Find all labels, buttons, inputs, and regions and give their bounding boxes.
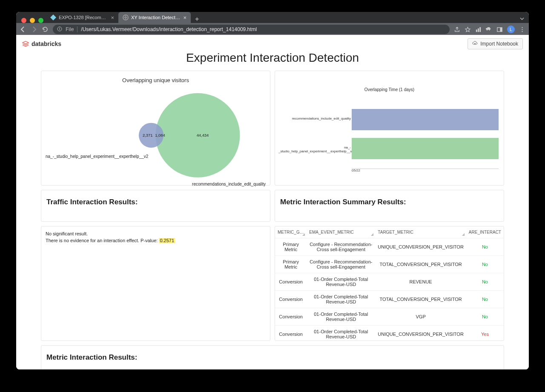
cell-ema-event: Configure - Recommendation-Cross sell-En… <box>307 256 375 273</box>
bars-panel: Overlapping Time (1 days) recommendation… <box>275 71 504 186</box>
cell-are-interact: Yes <box>466 326 504 341</box>
svg-rect-5 <box>478 28 479 31</box>
address-bar[interactable]: File /Users/Lukas.Vermeer/Downloads/inte… <box>53 25 450 34</box>
menu-icon[interactable] <box>519 26 525 33</box>
profile-avatar[interactable]: L <box>507 26 515 33</box>
venn-title: Overlapping unique visitors <box>45 77 267 83</box>
bar-label-b: na_-_studio_help_panel_experiment__exper… <box>278 146 351 153</box>
cell-metric-group: Conversion <box>275 308 307 326</box>
bar-b <box>352 138 499 159</box>
svg-rect-4 <box>476 29 477 32</box>
cell-metric-group: Primary Metric <box>275 238 307 256</box>
cell-metric-group: Primary Metric <box>275 256 307 273</box>
metric-summary-panel: METRIC_G…◢ EMA_EVENT_METRIC◢ TARGET_METR… <box>275 226 504 341</box>
th-ema-event[interactable]: EMA_EVENT_METRIC◢ <box>307 226 375 238</box>
import-notebook-button[interactable]: Import Notebook <box>468 38 523 49</box>
cell-ema-event: 01-Order Completed-Total Revenue-USD <box>307 291 375 308</box>
tabs-dropdown-icon[interactable] <box>519 15 525 23</box>
traffic-line2: There is no evidence for an interaction … <box>46 237 266 244</box>
metric-summary-table: METRIC_G…◢ EMA_EVENT_METRIC◢ TARGET_METR… <box>275 226 504 341</box>
tab-title: EXPO-1328 [Recommendation… <box>59 15 108 20</box>
cell-target-metric: TOTAL_CONVERSION_PER_VISITOR <box>375 291 466 308</box>
window-minimize[interactable] <box>30 18 35 23</box>
new-tab-button[interactable]: + <box>191 15 203 23</box>
table-row: Conversion01-Order Completed-Total Reven… <box>275 273 504 291</box>
traffic-results-panel: No significant result. There is no evide… <box>41 226 270 341</box>
page-content: databricks Import Notebook Experiment In… <box>16 35 529 369</box>
back-icon[interactable] <box>20 26 26 33</box>
svg-point-11 <box>522 31 522 32</box>
table-row: Primary MetricConfigure - Recommendation… <box>275 238 504 256</box>
reload-icon[interactable] <box>42 26 49 33</box>
th-target-metric[interactable]: TARGET_METRIC◢ <box>375 226 466 238</box>
venn-label-a: na_-_studio_help_panel_experiment__exper… <box>46 154 148 159</box>
toolbar: File /Users/Lukas.Vermeer/Downloads/inte… <box>16 23 529 36</box>
cell-ema-event: 01-Order Completed-Total Revenue-USD <box>307 326 375 341</box>
share-icon[interactable] <box>454 26 460 33</box>
cell-ema-event: 01-Order Completed-Total Revenue-USD <box>307 273 375 291</box>
cell-are-interact: No <box>466 308 504 326</box>
tab-close-icon[interactable]: × <box>183 14 186 21</box>
site-info-icon[interactable] <box>57 26 62 33</box>
cell-metric-group: Conversion <box>275 326 307 341</box>
th-are-interact[interactable]: ARE_INTERACT <box>466 226 504 238</box>
brand-text: databricks <box>32 40 61 47</box>
bars-axis-tick: 05/22 <box>352 169 360 172</box>
sort-icon[interactable]: ◢ <box>462 232 465 236</box>
extensions-icon[interactable] <box>486 26 492 33</box>
cell-metric-group: Conversion <box>275 291 307 308</box>
analytics-icon[interactable] <box>475 26 482 33</box>
tab-interaction[interactable]: XY Interaction Detection - Dat × <box>118 12 191 23</box>
cell-target-metric: UNIQUE_CONVERSION_PER_VISITOR <box>375 326 466 341</box>
window-close[interactable] <box>21 18 26 23</box>
sort-icon[interactable]: ◢ <box>371 232 373 236</box>
table-row: Primary MetricConfigure - Recommendation… <box>275 256 504 273</box>
tabstrip: EXPO-1328 [Recommendation… × XY Interact… <box>16 12 529 23</box>
venn-overlap-value: 1,084 <box>155 133 165 137</box>
svg-rect-8 <box>500 27 502 31</box>
traffic-title-panel: Traffic Interaction Results: <box>41 190 270 222</box>
metric-summary-title: Metric Interaction Summary Results: <box>278 194 500 211</box>
page-title: Experiment Interaction Detection <box>16 51 529 65</box>
cell-are-interact: No <box>466 238 504 256</box>
tab-close-icon[interactable]: × <box>111 14 114 21</box>
svg-rect-6 <box>479 27 481 31</box>
venn-b-value: 44,434 <box>197 133 209 137</box>
bar-label-a: recommendations_include_edit_quality <box>278 117 351 120</box>
cell-are-interact: No <box>466 291 504 308</box>
tab-title: XY Interaction Detection - Dat <box>131 15 181 20</box>
browser-window: EXPO-1328 [Recommendation… × XY Interact… <box>16 12 529 369</box>
svg-point-9 <box>522 27 522 28</box>
cell-target-metric: REVENUE <box>375 273 466 291</box>
venn-panel: Overlapping unique visitors 2,371 1,084 … <box>41 71 270 186</box>
cell-target-metric: VGP <box>375 308 466 326</box>
window-maximize[interactable] <box>38 18 43 23</box>
table-row: Conversion01-Order Completed-Total Reven… <box>275 291 504 308</box>
table-row: Conversion01-Order Completed-Total Reven… <box>275 326 504 341</box>
address-path: /Users/Lukas.Vermeer/Downloads/interacti… <box>81 26 257 32</box>
window-controls <box>21 18 47 23</box>
bar-a <box>352 109 499 130</box>
bars-axis-line <box>352 169 499 169</box>
tab-favicon <box>123 14 129 20</box>
bars-title: Overlapping Time (1 days) <box>278 87 500 92</box>
venn-label-b: recommendations_include_edit_quality <box>192 182 266 186</box>
svg-point-10 <box>522 29 522 30</box>
metric-summary-title-panel: Metric Interaction Summary Results: <box>275 190 504 222</box>
cell-ema-event: Configure - Recommendation-Cross sell-En… <box>307 238 375 256</box>
panel-toggle-icon[interactable] <box>496 26 503 33</box>
svg-point-2 <box>59 28 60 29</box>
bookmark-icon[interactable] <box>465 26 471 33</box>
cloud-upload-icon <box>472 40 478 47</box>
traffic-line1: No significant result. <box>46 231 266 237</box>
table-row: Conversion01-Order Completed-Total Reven… <box>275 308 504 326</box>
sort-icon[interactable]: ◢ <box>302 232 305 236</box>
traffic-results-title: Traffic Interaction Results: <box>45 194 267 211</box>
databricks-logo-icon <box>22 40 29 47</box>
forward-icon[interactable] <box>31 26 37 33</box>
tab-favicon <box>50 14 56 20</box>
th-metric-group[interactable]: METRIC_G…◢ <box>275 226 307 238</box>
tab-expo[interactable]: EXPO-1328 [Recommendation… × <box>46 12 118 23</box>
cell-are-interact: No <box>466 256 504 273</box>
cell-metric-group: Conversion <box>275 273 307 291</box>
